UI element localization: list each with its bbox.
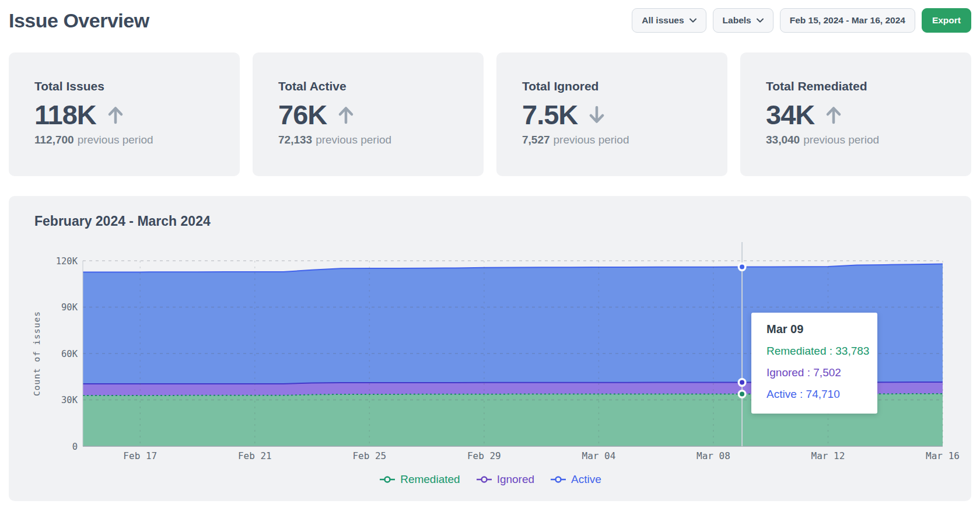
card-title: Total Ignored [522,79,702,93]
export-button[interactable]: Export [922,8,971,33]
y-axis-title: Count of issues [32,311,41,396]
card-title: Total Issues [34,79,214,93]
stat-card-total-ignored: Total Ignored 7.5K 7,527previous period [496,52,727,176]
page-header: Issue Overview All issues Labels Feb 15,… [0,0,980,33]
svg-text:Feb 21: Feb 21 [238,450,272,461]
tooltip-row-remediated: Remediated : 33,783 [766,345,877,358]
labels-filter-button[interactable]: Labels [713,8,774,33]
legend-label: Active [571,473,601,486]
trend-down-icon [586,104,607,125]
card-previous: 33,040previous period [766,134,946,146]
labels-filter-label: Labels [723,15,751,26]
card-value: 76K [278,101,327,128]
svg-text:90K: 90K [61,302,78,313]
card-value: 34K [766,101,814,128]
toolbar: All issues Labels Feb 15, 2024 - Mar 16,… [632,8,971,33]
export-label: Export [932,15,961,26]
date-range-label: Feb 15, 2024 - Mar 16, 2024 [790,15,905,26]
card-value: 7.5K [522,101,578,128]
svg-text:60K: 60K [61,349,78,359]
card-previous: 112,700previous period [34,134,214,146]
all-issues-filter-label: All issues [642,15,684,26]
legend-label: Remediated [400,473,460,486]
card-title: Total Active [278,79,458,93]
chart-tooltip: Mar 09 Remediated : 33,783 Ignored : 7,5… [751,313,877,414]
legend-item-active[interactable]: Active [550,473,601,486]
svg-text:Mar 16: Mar 16 [926,450,960,461]
chart-legend: Remediated Ignored Active [9,473,971,486]
card-value: 118K [34,101,96,128]
remediated-series-icon [379,475,396,484]
legend-label: Ignored [497,473,534,486]
ignored-series-icon [475,475,493,484]
stat-card-total-remediated: Total Remediated 34K 33,040previous peri… [740,52,971,176]
legend-item-ignored[interactable]: Ignored [475,473,534,486]
tooltip-row-ignored: Ignored : 7,502 [766,366,877,379]
svg-text:Feb 17: Feb 17 [123,450,157,461]
trend-up-icon [105,104,126,125]
svg-text:Mar 12: Mar 12 [811,450,845,461]
chart-title: February 2024 - March 2024 [34,214,971,229]
y-axis-labels: 030K60K90K120K [56,256,78,452]
trend-up-icon [823,104,844,125]
card-title: Total Remediated [766,79,946,93]
card-previous: 72,133previous period [278,134,458,146]
svg-text:0: 0 [72,442,78,452]
stat-card-total-issues: Total Issues 118K 112,700previous period [9,52,240,176]
all-issues-filter-button[interactable]: All issues [632,8,706,33]
legend-item-remediated[interactable]: Remediated [379,473,460,486]
stat-cards-row: Total Issues 118K 112,700previous period… [0,33,980,176]
svg-text:120K: 120K [56,256,78,267]
svg-text:Feb 25: Feb 25 [352,450,386,461]
active-series-icon [550,475,567,484]
svg-text:Mar 04: Mar 04 [582,450,616,461]
svg-text:Feb 29: Feb 29 [467,450,501,461]
chevron-down-icon [757,18,764,23]
tooltip-row-active: Active : 74,710 [766,388,877,401]
card-previous: 7,527previous period [522,134,702,146]
svg-text:Mar 08: Mar 08 [696,450,730,461]
svg-text:30K: 30K [61,395,78,405]
date-range-button[interactable]: Feb 15, 2024 - Mar 16, 2024 [780,8,915,33]
stat-card-total-active: Total Active 76K 72,133previous period [253,52,484,176]
trend-up-icon [335,104,356,125]
page-title: Issue Overview [9,9,149,32]
chevron-down-icon [690,18,696,23]
x-axis-labels: Feb 17Feb 21Feb 25Feb 29Mar 04Mar 08Mar … [123,450,960,461]
tooltip-date: Mar 09 [766,323,877,336]
chart-card: February 2024 - March 2024 030K60K90K120… [9,196,971,501]
